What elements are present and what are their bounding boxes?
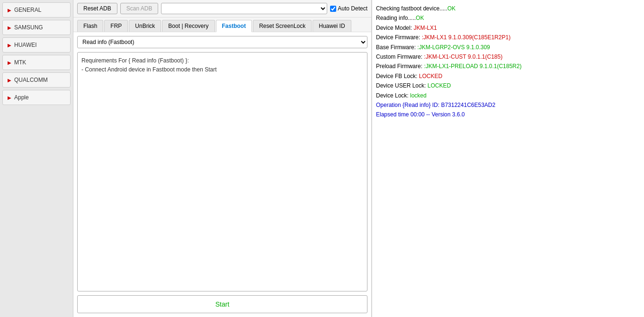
tab-flash[interactable]: Flash (77, 20, 103, 32)
log-line-4: Base Firmware: :JKM-LGRP2-OVS 9.1.0.309 (376, 43, 640, 52)
device-select[interactable] (161, 3, 327, 14)
log-line-0: Checking fastboot device.....OK (376, 4, 640, 13)
sidebar-label: MTK (14, 59, 26, 66)
tabs-bar: FlashFRPUnBrickBoot | RecoveryFastbootRe… (73, 18, 371, 32)
arrow-icon: ▶ (8, 78, 11, 83)
log-line-10: Operation {Read info} ID: B7312241C6E53A… (376, 100, 640, 110)
arrow-icon: ▶ (8, 25, 11, 30)
info-line-1: Requirements For { Read info (Fastboot) … (81, 56, 363, 65)
log-line-3: Device Firmware: :JKM-LX1 9.1.0.309(C185… (376, 33, 640, 42)
auto-detect-checkbox[interactable] (330, 6, 336, 12)
operation-select[interactable]: Read info (Fastboot) (77, 36, 367, 48)
info-box: Requirements For { Read info (Fastboot) … (77, 52, 367, 291)
scan-adb-button[interactable]: Scan ADB (120, 3, 159, 14)
tab-fastboot[interactable]: Fastboot (216, 20, 252, 32)
sidebar-item-qualcomm[interactable]: ▶QUALCOMM (2, 72, 71, 88)
sidebar-item-samsung[interactable]: ▶SAMSUNG (2, 20, 71, 35)
arrow-icon: ▶ (8, 60, 11, 65)
auto-detect-text: Auto Detect (338, 5, 367, 12)
main-panel: Reset ADB Scan ADB Auto Detect FlashFRPU… (73, 0, 372, 317)
log-line-2: Device Model: JKM-LX1 (376, 23, 640, 33)
log-line-5: Custom Firmware: :JKM-LX1-CUST 9.0.1.1(C… (376, 52, 640, 62)
log-line-7: Device FB Lock: LOCKED (376, 71, 640, 81)
tab-reset-screenlock[interactable]: Reset ScreenLock (253, 20, 312, 32)
log-panel: Checking fastboot device.....OKReading i… (372, 0, 644, 317)
toolbar: Reset ADB Scan ADB Auto Detect (73, 0, 371, 18)
sidebar-label: Apple (14, 94, 29, 101)
sidebar-label: QUALCOMM (14, 77, 48, 83)
sidebar-label: HUAWEI (14, 42, 37, 48)
tab-boot-recovery[interactable]: Boot | Recovery (162, 20, 215, 32)
tab-unbrick[interactable]: UnBrick (129, 20, 161, 32)
start-button[interactable]: Start (77, 295, 367, 313)
reset-adb-button[interactable]: Reset ADB (77, 3, 117, 14)
log-line-9: Device Lock: locked (376, 91, 640, 100)
arrow-icon: ▶ (8, 95, 11, 100)
log-line-6: Preload Firmware: :JKM-LX1-PRELOAD 9.1.0… (376, 62, 640, 71)
log-line-1: Reading info.....OK (376, 13, 640, 23)
sidebar-item-general[interactable]: ▶GENERAL (2, 2, 71, 18)
sidebar-item-huawei[interactable]: ▶HUAWEI (2, 37, 71, 53)
auto-detect-label[interactable]: Auto Detect (330, 5, 367, 12)
sidebar-label: GENERAL (14, 7, 41, 13)
info-line-2: - Connect Android device in Fastboot mod… (81, 65, 363, 74)
sidebar-label: SAMSUNG (14, 24, 43, 31)
content-area: Read info (Fastboot) Requirements For { … (73, 32, 371, 317)
tab-frp[interactable]: FRP (104, 20, 128, 32)
log-line-8: Device USER Lock: LOCKED (376, 81, 640, 90)
arrow-icon: ▶ (8, 8, 11, 13)
arrow-icon: ▶ (8, 43, 11, 48)
tab-huawei-id[interactable]: Huawei ID (313, 20, 351, 32)
log-line-11: Elapsed time 00:00 -- Version 3.6.0 (376, 110, 640, 119)
sidebar-item-mtk[interactable]: ▶MTK (2, 55, 71, 70)
sidebar: ▶GENERAL▶SAMSUNG▶HUAWEI▶MTK▶QUALCOMM▶App… (0, 0, 73, 317)
sidebar-item-apple[interactable]: ▶Apple (2, 90, 71, 105)
